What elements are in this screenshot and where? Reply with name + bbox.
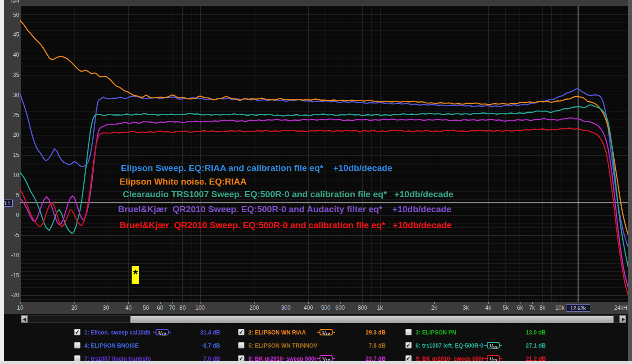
x-tick-mark [506,302,506,304]
y-tick-label: -10 [4,252,19,259]
x-tick-mark [363,302,363,304]
scrollbar-track[interactable] [28,315,619,323]
y-tick-label: 40 [4,52,19,58]
spl-measurement-window: SPL 50454035302520151050-5-10-15-20 1020… [0,0,632,364]
legend-measurement-name[interactable]: 6: trs1007 left. EQ-500R-0 [416,342,483,349]
window-left-edge [0,0,4,361]
y-tick-label: -20 [4,292,19,298]
x-tick-mark [326,302,326,304]
x-tick-mark [380,302,380,304]
asterisk-marker: * [132,266,139,284]
x-tick-mark [183,302,183,304]
x-tick-mark [560,302,560,304]
y-tick-label: 10 [4,172,19,178]
trace-annotation: Bruel&Kjær QR2010 Sweep. EQ:500R-0 and c… [119,220,452,230]
x-tick-mark [308,302,309,304]
scroll-left-button[interactable] [21,315,28,323]
y-tick-label: 50 [4,12,19,18]
x-tick-mark [286,302,286,304]
x-tick-mark [488,302,489,304]
legend-checkbox[interactable]: ✓ [405,342,412,349]
trace-annotation: Clearaudio TRS1007 Sweep. EQ:500R-0 and … [123,189,454,200]
x-tick-mark [200,302,201,304]
frequency-cursor-readout: 12.62k [566,305,590,312]
y-tick-label: 25 [4,112,19,119]
legend-level-value: 27.1 dB [494,342,546,349]
y-tick-label: -15 [4,272,19,279]
x-tick-label: 100 [187,305,213,311]
y-tick-label: 45 [4,31,19,38]
y-tick-label: 20 [4,132,19,138]
x-tick-label: 2k [421,305,447,311]
x-tick-mark [106,302,106,304]
right-arrow-icon [622,318,625,321]
x-tick-mark [160,302,161,304]
x-tick-mark [434,302,435,304]
x-tick-mark [520,302,520,304]
x-tick-mark [74,302,75,304]
window-right-edge [628,0,632,361]
y-tick-label: 5 [4,192,19,199]
scroll-right-button[interactable] [619,315,626,323]
legend-level-value: 13.0 dB [494,329,546,336]
x-tick-mark [128,302,129,304]
scrollbar-thumb[interactable] [130,316,614,323]
trace-annotation: Elipson White noise. EQ:RIAA [119,177,246,187]
legend-row: ✓6: trs1007 left. EQ-500R-01/1227.1 dB [0,342,632,351]
x-tick-mark [172,302,173,304]
left-arrow-icon [23,318,26,321]
x-tick-mark [543,302,543,304]
window-bottom-edge[interactable] [0,361,632,364]
legend-checkbox[interactable] [405,329,412,335]
x-tick-mark [340,302,341,304]
x-tick-label: 1k [367,305,393,311]
x-tick-mark [532,302,533,304]
y-tick-label: 15 [4,152,19,158]
trace-annotation: Bruel&Kjær QR2010 Sweep. EQ:500R-0 and A… [118,204,452,215]
frequency-scrollbar[interactable] [21,315,626,323]
y-tick-label: 30 [4,92,19,98]
legend-measurement-name[interactable]: 3: ELIPSON PN [416,329,456,336]
x-tick-mark [20,302,21,304]
legend-row: 3: ELIPSON PN13.0 dB [0,328,632,338]
trace-annotation: Elipson Sweep. EQ:RIAA and calibration f… [121,163,392,173]
x-tick-mark [146,302,146,304]
x-tick-mark [254,302,255,304]
x-tick-label: 10 [7,305,33,311]
x-tick-label: 200 [241,305,268,311]
x-tick-label: 20 [61,305,88,311]
y-tick-label: -5 [4,232,19,238]
y-tick-label: 35 [4,72,19,78]
x-tick-mark [466,302,466,304]
y-tick-label: 0 [4,212,19,218]
x-tick-label: 24kHz [604,305,630,311]
